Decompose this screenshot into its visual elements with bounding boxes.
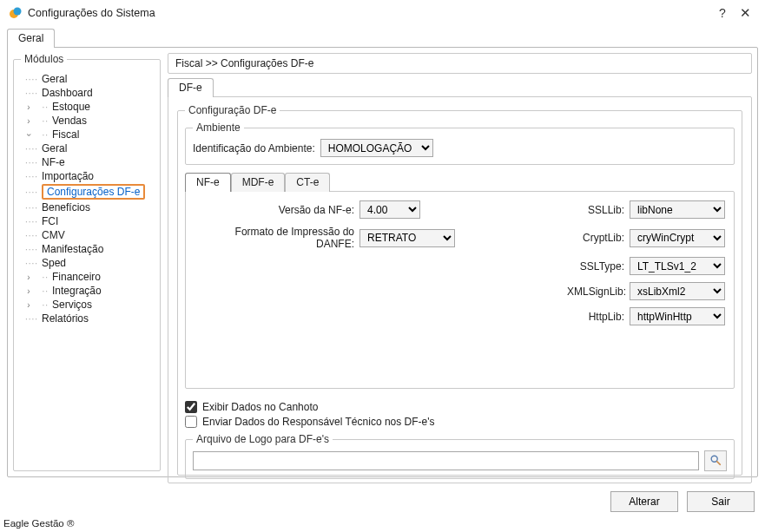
config-dfe-fieldset: Configuração DF-e Ambiente Identificação… [177, 104, 742, 476]
chevron-right-icon[interactable]: › [24, 102, 33, 112]
modules-legend: Módulos [21, 53, 67, 65]
titlebar: Configurações do Sistema ? ✕ [0, 0, 765, 24]
tree-item-fiscal-importacao[interactable]: ····Importação [21, 170, 153, 182]
breadcrumb: Fiscal >> Configurações DF-e [168, 53, 752, 74]
cryptlib-select[interactable]: cryWinCrypt [630, 229, 725, 247]
close-button[interactable]: ✕ [734, 5, 756, 21]
subtab-cte[interactable]: CT-e [285, 173, 330, 192]
subtab-nfe[interactable]: NF-e [185, 173, 231, 192]
logo-fieldset: Arquivo de Logo para DF-e's [185, 433, 735, 479]
ssltype-label: SSLType: [567, 260, 630, 273]
chevron-right-icon[interactable]: › [24, 273, 33, 282]
tree-item-fiscal[interactable]: ›··Fiscal [21, 128, 153, 141]
tree-item-fiscal-beneficios[interactable]: ····Benefícios [21, 201, 153, 213]
modules-fieldset: Módulos ····Geral ····Dashboard ›··Estoq… [13, 53, 161, 471]
help-button[interactable]: ? [711, 6, 734, 20]
logo-path-input[interactable] [193, 451, 699, 470]
cryptlib-label: CryptLib: [567, 232, 630, 244]
tree-item-fiscal-fci[interactable]: ····FCI [21, 215, 153, 227]
tree-item-vendas[interactable]: ›··Vendas [21, 115, 153, 127]
chevron-right-icon[interactable]: › [24, 300, 33, 310]
modules-tree: ····Geral ····Dashboard ›··Estoque ›··Ve… [21, 72, 153, 325]
status-bar: Eagle Gestão ® [3, 518, 74, 529]
tree-item-fiscal-config-dfe[interactable]: ····Configurações DF-e [21, 184, 153, 200]
httplib-label: HttpLib: [567, 311, 630, 323]
versao-select[interactable]: 4.00 [359, 200, 420, 219]
tree-item-dashboard[interactable]: ····Dashboard [21, 87, 153, 99]
httplib-select[interactable]: httpWinHttp [630, 307, 725, 325]
chevron-down-icon[interactable]: › [24, 130, 34, 139]
window-title: Configurações do Sistema [28, 7, 711, 19]
ssllib-label: SSLLib: [567, 204, 630, 216]
xmlsign-select[interactable]: xsLibXml2 [630, 282, 725, 300]
outer-tab-strip: Geral [7, 29, 758, 48]
ssltype-select[interactable]: LT_TLSv1_2 [630, 257, 725, 275]
ambiente-label: Identificação do Ambiente: [193, 142, 315, 154]
check-canhoto[interactable]: Exibir Dados no Canhoto [185, 401, 735, 413]
tree-item-fiscal-manifestacao[interactable]: ····Manifestação [21, 243, 153, 255]
browse-logo-button[interactable] [704, 450, 727, 471]
svg-line-3 [717, 461, 721, 464]
ambiente-fieldset: Ambiente Identificação do Ambiente: HOMO… [185, 122, 735, 165]
ssllib-select[interactable]: libNone [630, 200, 725, 219]
check-responsavel-box[interactable] [185, 416, 197, 428]
tree-item-relatorios[interactable]: ····Relatórios [21, 312, 153, 325]
logo-legend: Arquivo de Logo para DF-e's [193, 433, 333, 445]
svg-point-1 [14, 8, 22, 16]
check-responsavel[interactable]: Enviar Dados do Responsável Técnico nos … [185, 416, 735, 428]
search-icon [709, 454, 722, 469]
alterar-button[interactable]: Alterar [610, 491, 678, 512]
chevron-right-icon[interactable]: › [24, 116, 33, 126]
tree-item-fiscal-nfe[interactable]: ····NF-e [21, 156, 153, 168]
chevron-right-icon[interactable]: › [24, 286, 33, 296]
ambiente-legend: Ambiente [193, 122, 244, 134]
tab-dfe[interactable]: DF-e [168, 78, 214, 97]
check-canhoto-box[interactable] [185, 401, 197, 413]
tree-item-financeiro[interactable]: ›··Financeiro [21, 271, 153, 283]
tree-item-servicos[interactable]: ›··Serviços [21, 299, 153, 311]
subtab-mdfe[interactable]: MDF-e [231, 173, 286, 192]
tree-item-fiscal-cmv[interactable]: ····CMV [21, 229, 153, 241]
ambiente-select[interactable]: HOMOLOGAÇÃO [320, 139, 433, 157]
tree-item-integracao[interactable]: ›··Integração [21, 285, 153, 297]
tree-item-fiscal-sped[interactable]: ····Sped [21, 257, 153, 269]
config-dfe-legend: Configuração DF-e [185, 104, 280, 116]
versao-label: Versão da NF-e: [195, 204, 359, 216]
danfe-label: Formato de Impressão do DANFE: [195, 226, 359, 250]
sair-button[interactable]: Sair [687, 491, 755, 512]
tree-item-estoque[interactable]: ›··Estoque [21, 101, 153, 113]
tree-item-geral[interactable]: ····Geral [21, 73, 153, 85]
app-logo-icon [9, 6, 23, 20]
tree-item-fiscal-geral[interactable]: ····Geral [21, 142, 153, 154]
xmlsign-label: XMLSignLib: [567, 286, 630, 298]
tab-geral[interactable]: Geral [7, 29, 55, 48]
danfe-select[interactable]: RETRATO [359, 229, 455, 247]
